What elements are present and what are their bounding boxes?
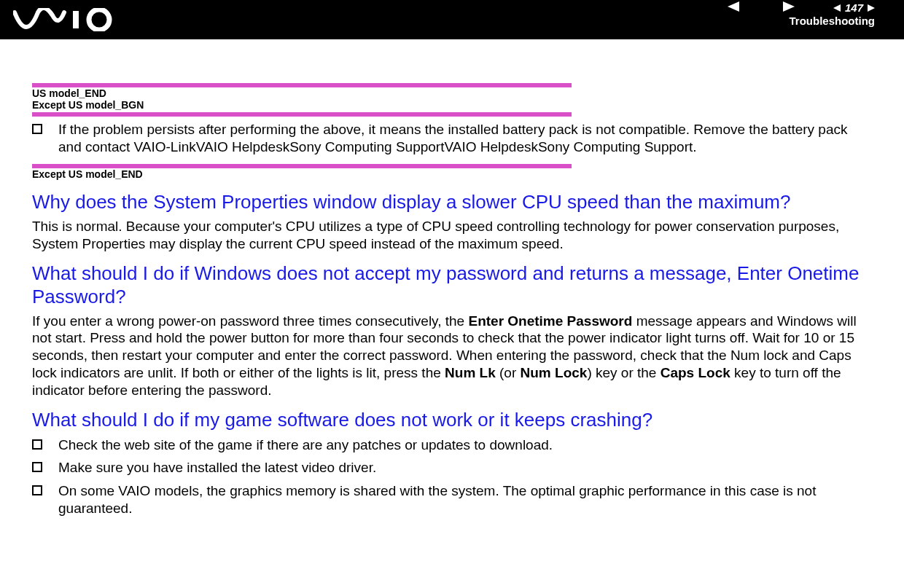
header-bar: 147 Troubleshooting — [0, 0, 904, 39]
nav-arrows — [728, 1, 795, 12]
list-item: On some VAIO models, the graphics memory… — [32, 482, 872, 517]
faq-heading: Why does the System Properties window di… — [32, 191, 872, 213]
faq-heading: What should I do if Windows does not acc… — [32, 262, 872, 307]
text-fragment: ) key or the — [587, 365, 660, 380]
bullet-icon — [32, 439, 42, 450]
faq-body: This is normal. Because your computer's … — [32, 218, 872, 253]
section-label: Troubleshooting — [790, 15, 876, 28]
bullet-text: Check the web site of the game if there … — [58, 436, 872, 454]
text-bold: Num Lock — [521, 365, 588, 380]
marker-group-1: US model_END Except US model_BGN — [32, 83, 872, 117]
header-right: 147 Troubleshooting — [790, 1, 876, 28]
marker-text: US model_END — [32, 88, 872, 99]
text-fragment: If you enter a wrong power-on password t… — [32, 313, 468, 329]
marker-text: Except US model_END — [32, 169, 872, 180]
marker-bar — [32, 83, 572, 87]
text-bold: Caps Lock — [661, 365, 730, 380]
page-next-mini-icon[interactable] — [868, 4, 875, 12]
list-item: Make sure you have installed the latest … — [32, 459, 872, 477]
bullet-icon — [32, 124, 42, 134]
page-number: 147 — [845, 1, 863, 15]
bullet-text: If the problem persists after performing… — [58, 121, 872, 156]
marker-text: Except US model_BGN — [32, 100, 872, 111]
svg-rect-0 — [73, 11, 79, 28]
nav-next-icon[interactable] — [783, 1, 795, 12]
bullet-text: On some VAIO models, the graphics memory… — [58, 482, 872, 517]
svg-point-1 — [89, 9, 109, 30]
nav-prev-icon[interactable] — [728, 1, 739, 12]
text-fragment: (or — [496, 365, 521, 380]
bullet-icon — [32, 462, 42, 472]
marker-group-2: Except US model_END — [32, 164, 872, 180]
vaio-logo — [13, 8, 120, 31]
faq-body: If you enter a wrong power-on password t… — [32, 313, 872, 399]
list-item: If the problem persists after performing… — [32, 121, 872, 156]
faq-heading: What should I do if my game software doe… — [32, 409, 872, 431]
text-bold: Enter Onetime Password — [468, 313, 632, 329]
bullet-text: Make sure you have installed the latest … — [58, 459, 872, 477]
list-item: Check the web site of the game if there … — [32, 436, 872, 454]
text-bold: Num Lk — [445, 365, 496, 380]
marker-bar — [32, 112, 572, 117]
bullet-icon — [32, 485, 42, 495]
page-content: US model_END Except US model_BGN If the … — [0, 39, 904, 517]
page-prev-mini-icon[interactable] — [833, 4, 841, 12]
